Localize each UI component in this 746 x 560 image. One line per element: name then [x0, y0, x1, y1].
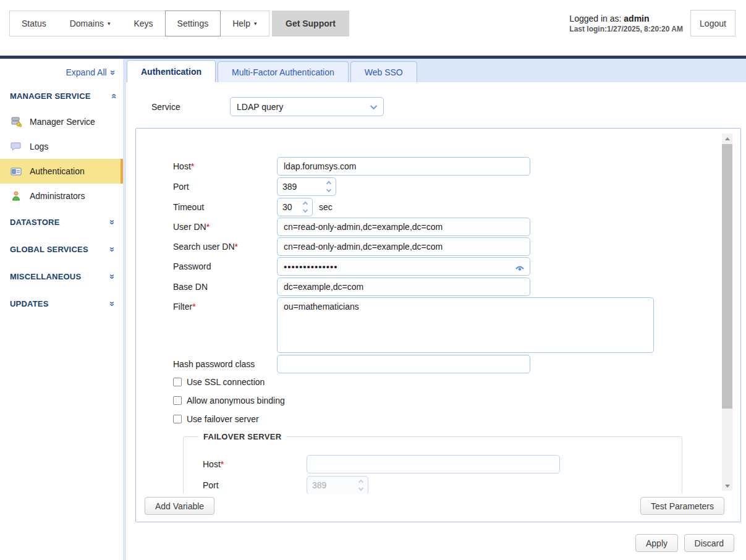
form-scroll-area: Host* Port Timeout sec User DN* Search u…: [136, 134, 721, 494]
use-failover-server-checkbox[interactable]: [173, 415, 182, 423]
nav-item-status[interactable]: Status: [10, 11, 58, 36]
caret-down-icon: ▾: [254, 21, 257, 27]
chevron-down-icon: [370, 102, 377, 109]
sidebar-item-authentication[interactable]: Authentication: [0, 159, 123, 184]
filter-label: Filter*: [173, 302, 196, 312]
sidebar-section-updates[interactable]: UPDATES »: [0, 290, 123, 317]
sidebar: Expand All » MANAGER SERVICE » Manager S…: [0, 59, 123, 560]
logout-button[interactable]: Logout: [690, 10, 735, 36]
sidebar-item-manager-service[interactable]: Manager Service: [0, 109, 123, 134]
checkbox-label: Use failover server: [187, 414, 259, 424]
sidebar-item-administrators[interactable]: Administrators: [0, 184, 123, 208]
expand-all-button[interactable]: Expand All »: [0, 62, 123, 82]
base-dn-input[interactable]: [277, 278, 530, 296]
allow-anonymous-binding-checkbox-row[interactable]: Allow anonymous binding: [173, 396, 285, 405]
section-label: DATASTORE: [10, 218, 60, 227]
logged-in-line: Logged in as: admin: [569, 14, 683, 23]
service-dropdown-value: LDAP query: [237, 102, 283, 112]
search-user-dn-input[interactable]: [277, 237, 530, 256]
get-support-button[interactable]: Get Support: [272, 11, 349, 36]
failover-port-label: Port: [203, 480, 219, 490]
use-ssl-checkbox[interactable]: [173, 378, 182, 386]
double-chevron-down-icon: »: [108, 247, 117, 252]
double-chevron-up-icon: »: [108, 93, 117, 98]
failover-host-label: Host*: [203, 459, 224, 469]
host-input[interactable]: [277, 157, 530, 176]
show-password-eye-icon[interactable]: [515, 263, 525, 274]
logged-in-prefix: Logged in as:: [569, 14, 624, 23]
double-chevron-down-icon: »: [108, 274, 117, 279]
scrollbar-down-arrow[interactable]: [722, 481, 732, 491]
double-chevron-down-icon: »: [108, 219, 117, 224]
required-mark: *: [221, 459, 224, 469]
tab-bar: Authentication Multi-Factor Authenticati…: [123, 59, 746, 82]
sidebar-item-label: Logs: [30, 142, 48, 151]
sidebar-section-global-services[interactable]: GLOBAL SERVICES »: [0, 235, 123, 263]
speech-bubble-icon: [11, 141, 22, 152]
nav-item-keys[interactable]: Keys: [122, 11, 164, 36]
timeout-input[interactable]: [278, 198, 299, 216]
timeout-label: Timeout: [173, 202, 204, 212]
required-mark: *: [206, 222, 210, 232]
last-login-value: 1/27/2025, 8:20:20 AM: [607, 25, 683, 33]
nav-item-label: Help: [232, 19, 250, 28]
section-label: GLOBAL SERVICES: [10, 245, 88, 254]
section-label: MISCELLANEOUS: [10, 272, 81, 281]
last-login-line: Last login:1/27/2025, 8:20:20 AM: [569, 25, 683, 33]
allow-anonymous-binding-checkbox[interactable]: [173, 396, 182, 405]
nav-item-help[interactable]: Help▾: [221, 11, 268, 36]
tab-multi-factor-authentication[interactable]: Multi-Factor Authentication: [218, 61, 349, 82]
logged-in-username: admin: [624, 14, 649, 23]
host-label: Host*: [173, 161, 194, 171]
failover-port-stepper: [307, 476, 368, 494]
nav-item-domains[interactable]: Domains▾: [58, 11, 122, 36]
settings-page: Status Domains▾ Keys Settings Help▾ Get …: [0, 0, 746, 560]
sidebar-section-datastore[interactable]: DATASTORE »: [0, 208, 123, 235]
spinner-buttons: [354, 477, 368, 494]
tab-authentication[interactable]: Authentication: [127, 60, 216, 82]
double-chevron-down-icon: »: [108, 70, 117, 75]
required-mark: *: [235, 242, 238, 252]
sidebar-item-logs[interactable]: Logs: [0, 134, 123, 159]
service-dropdown[interactable]: LDAP query: [230, 97, 384, 116]
section-label: UPDATES: [10, 299, 49, 308]
vertical-scrollbar[interactable]: [722, 134, 732, 491]
failover-host-input[interactable]: [307, 455, 560, 473]
hash-password-class-input[interactable]: [277, 355, 530, 373]
discard-button[interactable]: Discard: [684, 534, 734, 552]
failover-server-legend: FAILOVER SERVER: [198, 432, 286, 441]
apply-button[interactable]: Apply: [635, 534, 678, 552]
password-input[interactable]: [277, 257, 530, 276]
port-input[interactable]: [278, 178, 322, 195]
checkbox-label: Use SSL connection: [187, 377, 265, 387]
use-failover-server-checkbox-row[interactable]: Use failover server: [173, 414, 259, 424]
required-mark: *: [192, 302, 195, 312]
spinner-buttons[interactable]: [322, 178, 336, 195]
sidebar-section-miscellaneous[interactable]: MISCELLANEOUS »: [0, 263, 123, 290]
spinner-buttons[interactable]: [299, 198, 312, 216]
timeout-suffix: sec: [319, 202, 333, 212]
filter-textarea[interactable]: ou=mathematicians: [277, 297, 654, 353]
tab-web-sso[interactable]: Web SSO: [350, 61, 417, 82]
double-chevron-down-icon: »: [108, 301, 117, 306]
timeout-stepper: [277, 198, 313, 216]
checkbox-label: Allow anonymous binding: [187, 396, 285, 405]
add-variable-button[interactable]: Add Variable: [145, 497, 214, 515]
user-info: Logged in as: admin Last login:1/27/2025…: [569, 14, 683, 33]
scrollbar-thumb[interactable]: [722, 144, 732, 409]
section-label: MANAGER SERVICE: [10, 91, 91, 101]
last-login-prefix: Last login:: [569, 25, 607, 33]
expand-all-label: Expand All: [66, 67, 106, 77]
sidebar-section-manager-service[interactable]: MANAGER SERVICE »: [0, 82, 123, 109]
use-ssl-checkbox-row[interactable]: Use SSL connection: [173, 377, 265, 387]
user-dn-input[interactable]: [277, 218, 530, 236]
password-label: Password: [173, 261, 211, 271]
sidebar-item-label: Authentication: [30, 166, 85, 176]
nav-item-settings[interactable]: Settings: [165, 11, 221, 36]
test-parameters-button[interactable]: Test Parameters: [640, 497, 724, 515]
server-icon: [11, 116, 22, 127]
header: Status Domains▾ Keys Settings Help▾ Get …: [0, 0, 746, 56]
caret-down-icon: ▾: [108, 21, 111, 27]
scrollbar-up-arrow[interactable]: [722, 134, 732, 143]
spinner-down-icon: [303, 208, 308, 213]
